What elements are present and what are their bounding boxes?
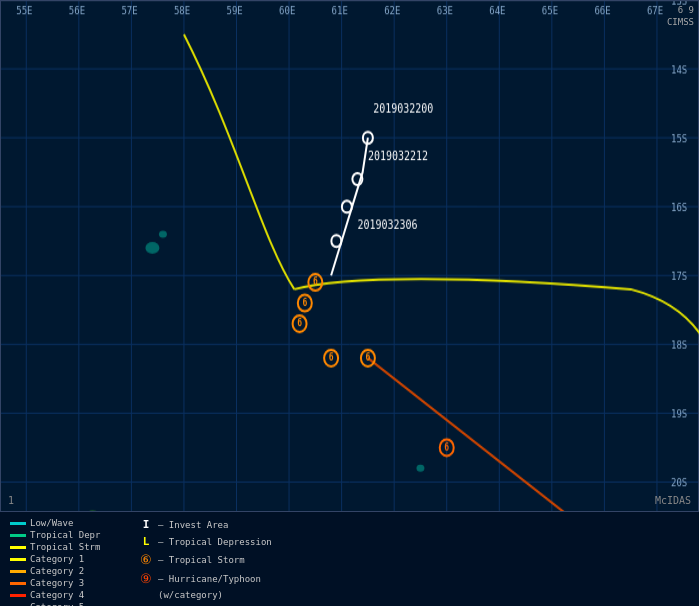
legend-symbols: I – Invest Area L – Tropical Depression … (138, 518, 272, 602)
legend-cat3: Category 3 (10, 578, 110, 588)
legend-cat1: Category 1 (10, 554, 110, 564)
cat1-color (10, 558, 26, 561)
tropical-strm-label: Tropical Strm (30, 542, 100, 552)
tropical-dep-sym-label: – Tropical Depression (158, 537, 272, 547)
legend-invest: I – Invest Area (138, 518, 272, 531)
legend-tropical-strm-sym: ⑥ – Tropical Storm (138, 552, 272, 567)
legend-cat2: Category 2 (10, 566, 110, 576)
legend-hurricane-sym: ⑨ – Hurricane/Typhoon (138, 571, 272, 586)
tropical-strm-symbol: ⑥ (138, 552, 154, 567)
cat4-label: Category 4 (30, 590, 84, 600)
legend-cat5: Category 5 (10, 602, 110, 606)
low-wave-color (10, 522, 26, 525)
tropical-depr-label: Tropical Depr (30, 530, 100, 540)
cat5-label: Category 5 (30, 602, 84, 606)
cat4-color (10, 594, 26, 597)
logo: 6 9 CIMSS (667, 5, 694, 28)
cat2-label: Category 2 (30, 566, 84, 576)
frame-number-label: 1 (8, 495, 14, 506)
legend-low-wave: Low/Wave (10, 518, 110, 528)
with-category-label: (w/category) (158, 590, 223, 600)
legend-tropical-depr: Tropical Depr (10, 530, 110, 540)
watermark-label: McIDAS (655, 495, 691, 506)
invest-symbol: I (138, 518, 154, 531)
legend-cat4: Category 4 (10, 590, 110, 600)
legend-tropical-dep-sym: L – Tropical Depression (138, 535, 272, 548)
hurricane-label: – Hurricane/Typhoon (158, 574, 261, 584)
tropical-strm-sym-label: – Tropical Storm (158, 555, 245, 565)
legend: Low/Wave Tropical Depr Tropical Strm Cat… (0, 511, 699, 606)
cat3-label: Category 3 (30, 578, 84, 588)
cat2-color (10, 570, 26, 573)
legend-track-types: Low/Wave Tropical Depr Tropical Strm Cat… (10, 518, 110, 606)
logo-line1: 6 9 (678, 5, 694, 15)
tropical-strm-color (10, 546, 26, 549)
cat1-label: Category 1 (30, 554, 84, 564)
invest-label: – Invest Area (158, 520, 228, 530)
cat3-color (10, 582, 26, 585)
legend-with-category: (w/category) (138, 590, 272, 600)
logo-line2: CIMSS (667, 17, 694, 27)
tropical-dep-symbol: L (138, 535, 154, 548)
tropical-depr-color (10, 534, 26, 537)
legend-tropical-strm: Tropical Strm (10, 542, 110, 552)
hurricane-symbol: ⑨ (138, 571, 154, 586)
low-wave-label: Low/Wave (30, 518, 73, 528)
map-container: Low/Wave Tropical Depr Tropical Strm Cat… (0, 0, 699, 606)
